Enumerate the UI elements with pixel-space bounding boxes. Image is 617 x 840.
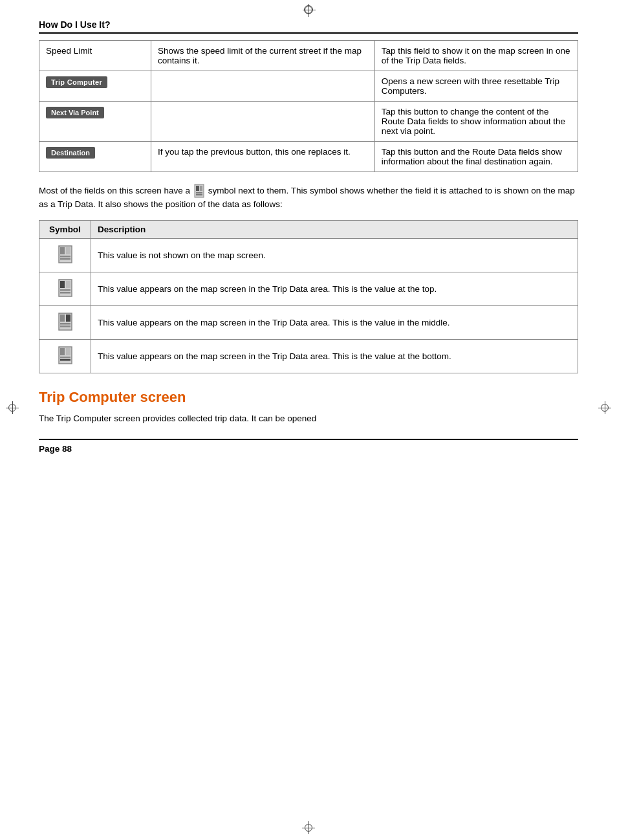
- table-row: Speed Limit Shows the speed limit of the…: [39, 41, 578, 71]
- symbol-row-3: This value appears on the map screen in …: [39, 306, 578, 340]
- crosshair-top: [304, 5, 313, 14]
- table-row: Trip Computer Opens a new screen with th…: [39, 71, 578, 102]
- table-row: Destination If you tap the previous butt…: [39, 142, 578, 172]
- cell-action-3: Tap this button to change the content of…: [374, 102, 578, 142]
- cell-action-1: Tap this field to show it on the map scr…: [374, 41, 578, 71]
- cell-desc-3: [151, 102, 374, 142]
- symbol-description-paragraph: Most of the fields on this screen have a…: [39, 184, 578, 211]
- svg-rect-14: [60, 292, 70, 294]
- symbol-row-2: This value appears on the map screen in …: [39, 272, 578, 306]
- symbol-table-header-row: Symbol Description: [39, 221, 578, 239]
- svg-rect-22: [66, 348, 70, 355]
- destination-button: Destination: [46, 147, 95, 159]
- cell-desc-4: If you tap the previous button, this one…: [151, 142, 374, 172]
- trip-computer-button: Trip Computer: [46, 76, 107, 88]
- crosshair-right: [600, 403, 609, 412]
- svg-rect-8: [60, 256, 70, 258]
- symbol-icon-4: [39, 340, 91, 373]
- symbol-table: Symbol Description This value is not sho…: [39, 220, 578, 373]
- svg-rect-23: [60, 357, 70, 359]
- svg-rect-6: [60, 247, 65, 254]
- symbol-row-4: This value appears on the map screen in …: [39, 340, 578, 373]
- svg-rect-11: [60, 281, 65, 288]
- svg-rect-21: [60, 348, 65, 355]
- svg-rect-1: [196, 186, 199, 191]
- symbol-svg-2: [58, 279, 72, 297]
- svg-rect-17: [66, 315, 70, 322]
- trip-computer-paragraph: The Trip Computer screen provides collec…: [39, 412, 578, 425]
- description-col-header: Description: [91, 221, 578, 239]
- inline-symbol-icon: [194, 184, 204, 198]
- symbol-desc-3: This value appears on the map screen in …: [91, 306, 578, 340]
- symbol-col-header: Symbol: [39, 221, 91, 239]
- symbol-svg-3: [58, 313, 72, 331]
- page-footer: Page 88: [39, 439, 578, 454]
- cell-action-4: Tap this button and the Route Data field…: [374, 142, 578, 172]
- crosshair-left: [8, 403, 17, 412]
- svg-rect-19: [60, 326, 70, 327]
- trip-computer-heading: Trip Computer screen: [39, 389, 578, 406]
- cell-desc-1: Shows the speed limit of the current str…: [151, 41, 374, 71]
- svg-rect-24: [60, 359, 70, 361]
- symbol-svg-4: [58, 346, 72, 364]
- symbol-desc-4: This value appears on the map screen in …: [91, 340, 578, 373]
- cell-button-trip: Trip Computer: [39, 71, 151, 102]
- svg-rect-4: [196, 194, 202, 195]
- svg-rect-9: [60, 258, 70, 260]
- cell-button-destination: Destination: [39, 142, 151, 172]
- svg-rect-12: [66, 281, 70, 288]
- symbol-icon-1: [39, 239, 91, 272]
- table-row: Next Via Point Tap this button to change…: [39, 102, 578, 142]
- next-via-button: Next Via Point: [46, 107, 104, 118]
- page-heading: How Do I Use It?: [39, 19, 578, 34]
- svg-rect-7: [66, 247, 70, 254]
- trip-computer-section: Trip Computer screen The Trip Computer s…: [39, 389, 578, 425]
- symbol-desc-1: This value is not shown on the map scree…: [91, 239, 578, 272]
- cell-button-nextvia: Next Via Point: [39, 102, 151, 142]
- svg-rect-18: [60, 323, 70, 325]
- symbol-desc-2: This value appears on the map screen in …: [91, 272, 578, 306]
- symbol-icon-3: [39, 306, 91, 340]
- svg-rect-3: [196, 192, 202, 193]
- crosshair-bottom: [304, 823, 313, 832]
- main-table: Speed Limit Shows the speed limit of the…: [39, 40, 578, 172]
- paragraph-text1: Most of the fields on this screen have a: [39, 186, 193, 195]
- svg-rect-16: [60, 315, 65, 322]
- cell-label-1: Speed Limit: [39, 41, 151, 71]
- symbol-row-1: This value is not shown on the map scree…: [39, 239, 578, 272]
- svg-rect-13: [60, 289, 70, 291]
- symbol-svg-1: [58, 245, 72, 263]
- cell-action-2: Opens a new screen with three resettable…: [374, 71, 578, 102]
- cell-desc-2: [151, 71, 374, 102]
- symbol-icon-2: [39, 272, 91, 306]
- svg-rect-2: [200, 186, 202, 191]
